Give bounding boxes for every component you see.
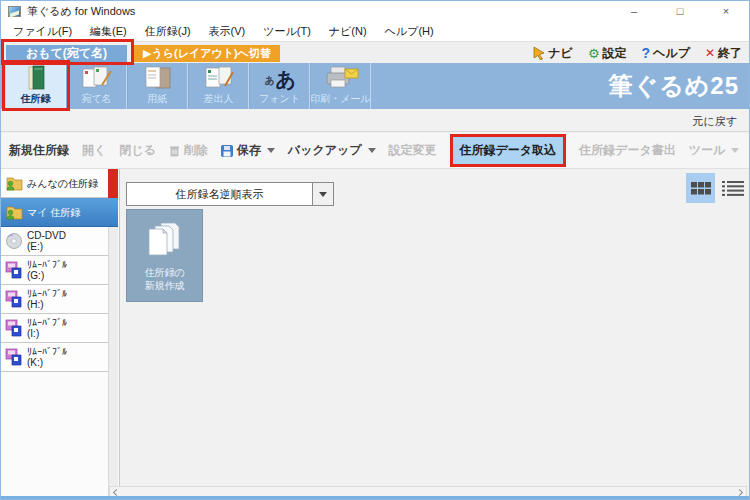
annotation-marker (108, 169, 118, 198)
exit-button[interactable]: ✕ 終了 (705, 45, 742, 62)
window-title: 筆ぐるめ for Windows (27, 4, 135, 19)
tools-dropdown-arrow[interactable] (731, 148, 739, 153)
menu-bar: ファイル(F) 編集(E) 住所録(J) 表示(V) ツール(T) ナビ(N) … (1, 22, 749, 41)
close-x-icon: ✕ (705, 47, 715, 59)
menu-item-file[interactable]: ファイル(F) (4, 24, 81, 39)
paper-icon (142, 64, 174, 91)
sidebar-item-removable-h[interactable]: ﾘﾑｰﾊﾞﾌﾞﾙ(H:) (1, 285, 108, 314)
list-view-icon (722, 181, 744, 196)
sidebar-item-my-address-book[interactable]: マイ 住所録 (1, 198, 118, 227)
backup-button[interactable]: バックアップ (288, 142, 376, 159)
tile-label: 住所録の新規作成 (144, 266, 184, 292)
sidebar-item-cd-dvd[interactable]: CD-DVD(E:) (1, 227, 108, 256)
ribbon-button-font[interactable]: ぁあ フォント (249, 63, 310, 109)
gear-icon: ⚙ (588, 47, 600, 60)
sidebar-item-removable-g[interactable]: ﾘﾑｰﾊﾞﾌﾞﾙ(G:) (1, 256, 108, 285)
navi-button[interactable]: ナビ (532, 45, 573, 62)
new-address-book-button[interactable]: 新規住所録 (9, 142, 69, 159)
question-icon: ? (642, 46, 651, 60)
tab-front-recipient[interactable]: おもて(宛て名) (6, 45, 127, 62)
app-window: 筆ぐるめ for Windows – □ × ファイル(F) 編集(E) 住所録… (0, 0, 750, 500)
font-icon: ぁあ (263, 64, 296, 91)
address-book-toolbar: 新規住所録 開く 閉じる 削除 保存 バックアップ 設定変更 住所録データ取込 … (1, 133, 749, 169)
menu-item-view[interactable]: 表示(V) (200, 24, 255, 39)
folder-person-icon (4, 204, 24, 221)
scroll-left-arrow-icon[interactable] (113, 488, 120, 495)
save-dropdown-arrow[interactable] (267, 148, 275, 153)
trash-icon (169, 145, 180, 157)
grid-view-icon (691, 182, 711, 195)
help-button[interactable]: ? ヘルプ (642, 45, 690, 62)
close-book-button[interactable]: 閉じる (119, 142, 156, 159)
tools-button[interactable]: ツール (689, 142, 740, 159)
list-view-button[interactable] (720, 178, 746, 198)
sort-dropdown-button[interactable] (312, 183, 333, 205)
scroll-right-arrow-icon[interactable] (736, 488, 743, 495)
ribbon-button-print-mail[interactable]: 印刷・メール (310, 63, 371, 109)
window-bottom-border (1, 496, 749, 499)
cd-icon (4, 232, 24, 250)
sidebar-item-removable-k[interactable]: ﾘﾑｰﾊﾞﾌﾞﾙ(K:) (1, 343, 108, 372)
minimize-button[interactable]: – (611, 1, 657, 22)
chevron-down-icon (319, 192, 327, 197)
sort-order-dropdown[interactable]: 住所録名逆順表示 (126, 182, 334, 206)
import-data-button[interactable]: 住所録データ取込 (450, 134, 567, 167)
menu-item-edit[interactable]: 編集(E) (81, 24, 136, 39)
printer-mail-icon (323, 64, 359, 91)
maximize-button[interactable]: □ (657, 1, 703, 22)
sidebar-item-removable-i[interactable]: ﾘﾑｰﾊﾞﾌﾞﾙ(I:) (1, 314, 108, 343)
address-book-list-area: 住所録名逆順表示 住所録の新規作成 (120, 169, 750, 498)
ribbon-button-recipient[interactable]: 宛て名 (66, 63, 127, 109)
menu-item-navi[interactable]: ナビ(N) (320, 24, 376, 39)
ribbon-button-address-book[interactable]: 住所録 (5, 63, 66, 109)
delete-button[interactable]: 削除 (169, 142, 208, 159)
address-book-icon (23, 64, 49, 91)
settings-button[interactable]: ⚙ 設定 (588, 45, 627, 62)
undo-row: 元に戻す (1, 109, 749, 132)
backup-dropdown-arrow[interactable] (368, 148, 376, 153)
ribbon-button-sender[interactable]: 差出人 (188, 63, 249, 109)
menu-item-tools[interactable]: ツール(T) (254, 24, 320, 39)
navi-cursor-icon (532, 46, 545, 60)
app-icon (8, 6, 21, 17)
postcard-pen-icon (80, 64, 114, 91)
sort-order-value: 住所録名逆順表示 (127, 183, 312, 205)
sender-card-icon (202, 64, 236, 91)
new-address-book-tile[interactable]: 住所録の新規作成 (126, 209, 203, 302)
menu-item-help[interactable]: ヘルプ(H) (376, 24, 443, 39)
sidebar-item-shared-address-book[interactable]: みんなの住所録 (1, 169, 108, 198)
mode-tab-row: おもて(宛て名) ▶うら(レイアウト)へ切替 ナビ ⚙ 設定 ? ヘルプ ✕ 終… (1, 41, 749, 63)
ribbon-button-paper[interactable]: 用紙 (127, 63, 188, 109)
grid-view-button[interactable] (686, 173, 715, 203)
save-button[interactable]: 保存 (221, 142, 275, 159)
open-button[interactable]: 開く (82, 142, 106, 159)
drive-sidebar: みんなの住所録 マイ 住所録 CD-DVD(E:) ﾘﾑｰﾊﾞﾌﾞﾙ(G:) ﾘ… (1, 169, 120, 498)
removable-drive-icon (4, 348, 24, 366)
brand-logo: 筆ぐるめ25 (609, 63, 739, 109)
export-data-button[interactable]: 住所録データ書出 (579, 142, 676, 159)
undo-button[interactable]: 元に戻す (692, 114, 737, 129)
menu-item-address-book[interactable]: 住所録(J) (136, 24, 200, 39)
removable-drive-icon (4, 261, 24, 279)
main-ribbon: 住所録 宛て名 用紙 差出人 ぁあ フォント (1, 63, 749, 109)
title-bar: 筆ぐるめ for Windows – □ × (1, 1, 749, 22)
removable-drive-icon (4, 319, 24, 337)
pages-icon (146, 222, 184, 257)
close-button[interactable]: × (703, 1, 749, 22)
floppy-save-icon (221, 145, 233, 157)
removable-drive-icon (4, 290, 24, 308)
folder-people-icon (4, 175, 24, 192)
change-settings-button[interactable]: 設定変更 (389, 142, 437, 159)
back-layout-toggle-button[interactable]: ▶うら(レイアウト)へ切替 (134, 45, 280, 62)
